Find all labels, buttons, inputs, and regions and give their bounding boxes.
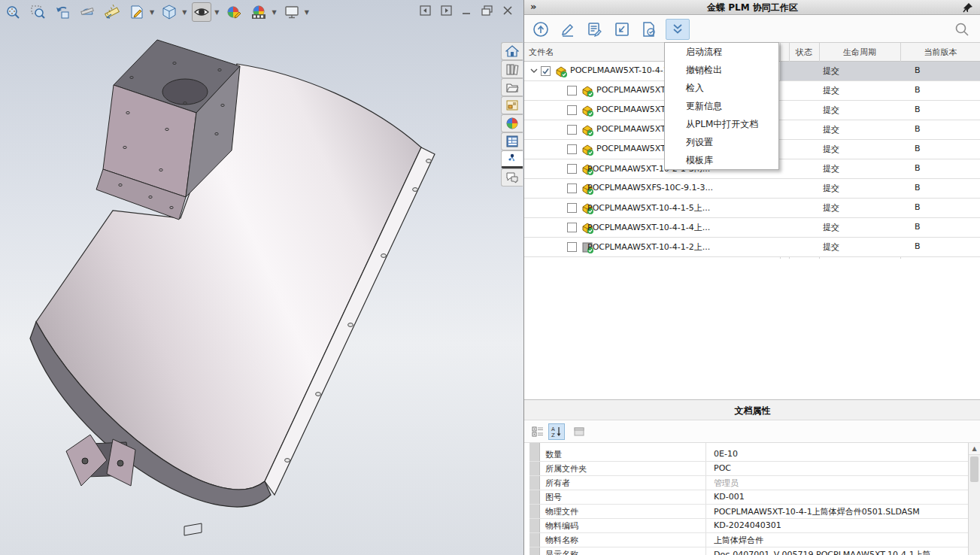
dropdown-caret[interactable]: ▼ (272, 9, 276, 16)
hide-show-items-icon[interactable] (192, 2, 211, 22)
property-name: 物理文件 (545, 506, 578, 517)
cad-viewport[interactable]: ▼ ▼ ▼ ▼ ▼ (0, 0, 523, 555)
row-checkbox[interactable] (567, 164, 577, 174)
edit-properties-button[interactable] (583, 19, 607, 40)
document-window-controls (420, 2, 513, 19)
taskpane-tab-appearances-scenes[interactable] (501, 114, 523, 132)
row-checkbox[interactable] (567, 125, 577, 135)
menu-item-update-info[interactable]: 更新信息 (665, 97, 778, 115)
column-header-version[interactable]: 当前版本 (900, 43, 980, 62)
menu-item-start-process[interactable]: 启动流程 (665, 43, 778, 61)
measure-icon[interactable] (102, 2, 122, 22)
property-name: 数量 (545, 449, 562, 460)
dropdown-caret[interactable]: ▼ (305, 9, 309, 16)
property-row[interactable]: 所有者 管理员 (529, 476, 968, 490)
row-checkbox[interactable] (567, 105, 577, 115)
row-checkbox[interactable] (567, 86, 577, 96)
row-checkbox[interactable] (567, 242, 577, 252)
menu-item-column-settings[interactable]: 列设置 (665, 133, 778, 151)
table-row[interactable]: POCPLMAAW5XT-10-4-1-5上... 提交 B (524, 199, 980, 218)
menu-item-template-library[interactable]: 模板库 (665, 151, 778, 169)
sort-alphabetical-button[interactable]: AZ (548, 423, 565, 440)
svg-text:A: A (551, 426, 555, 432)
taskpane-tab-design-library[interactable] (501, 60, 523, 78)
taskpane-tab-file-explorer[interactable] (501, 78, 523, 96)
lifecycle-value: 提交 (823, 163, 898, 174)
property-row[interactable]: 物料名称 上筒体焊合件 (529, 533, 968, 547)
dropdown-caret[interactable]: ▼ (214, 9, 219, 16)
property-grid-scrollbar[interactable]: ▲ (968, 443, 980, 555)
property-row[interactable]: 物料编码 KD-2024040301 (529, 519, 968, 533)
scrollbar-thumb[interactable] (970, 456, 978, 482)
table-row[interactable]: POCPLMAAW5XT-10-4-1-2上... 提交 B (524, 238, 980, 257)
property-value: KD-001 (714, 492, 968, 502)
property-row[interactable]: 所属文件夹 POC (529, 462, 968, 476)
check-out-button[interactable] (529, 19, 553, 40)
column-header-status[interactable]: 状态 (789, 43, 819, 62)
property-value: 上筒体焊合件 (714, 535, 968, 546)
view-orientation-icon[interactable] (159, 2, 179, 22)
column-header-lifecycle[interactable]: 生命周期 (819, 43, 900, 62)
column-header-filename[interactable]: 文件名 (529, 43, 679, 62)
headsup-toolbar: ▼ ▼ ▼ ▼ ▼ (3, 2, 309, 23)
more-commands-menu: 启动流程 撤销检出 检入 更新信息 从PLM中打开文档 列设置 模板库 (664, 42, 779, 170)
property-pages-button[interactable] (571, 423, 587, 440)
taskpane-tab-solidworks-resources[interactable] (501, 42, 523, 60)
property-name: 图号 (545, 492, 562, 503)
file-name: POCPLMAAW5XFS-10C-9.1-3... (587, 183, 713, 193)
dock-left-pane-icon[interactable] (420, 5, 431, 16)
scroll-up-icon[interactable]: ▲ (969, 443, 980, 455)
property-row[interactable]: 数量 0E-10 (529, 447, 968, 462)
version-value: B (915, 222, 975, 232)
more-commands-button[interactable] (666, 19, 690, 40)
check-in-button[interactable] (610, 19, 634, 40)
sketch-settings-icon[interactable] (127, 2, 147, 22)
property-name: 物料编码 (545, 520, 578, 532)
apply-scene-icon[interactable] (249, 2, 269, 22)
previous-view-icon[interactable] (53, 2, 72, 22)
taskpane-tab-view-palette[interactable] (501, 96, 523, 114)
zoom-to-fit-icon[interactable] (3, 2, 23, 22)
menu-item-check-in[interactable]: 检入 (665, 79, 778, 97)
zoom-to-area-icon[interactable] (28, 2, 47, 22)
property-row[interactable]: 物理文件 POCPLMAAW5XT-10-4-1上筒体焊合件0501.SLDAS… (529, 505, 968, 519)
view-settings-icon[interactable] (282, 2, 302, 22)
menu-item-undo-checkout[interactable]: 撤销检出 (665, 61, 778, 79)
menu-item-open-from-plm[interactable]: 从PLM中打开文档 (665, 115, 778, 133)
row-checkbox[interactable] (567, 223, 577, 232)
section-view-icon[interactable] (77, 2, 97, 22)
plm-panel-titlebar: » 金蝶 PLM 协同工作区 (524, 0, 980, 15)
pin-icon[interactable] (963, 2, 973, 13)
dropdown-caret[interactable]: ▼ (150, 9, 154, 16)
folder-icon (505, 81, 519, 93)
table-row[interactable]: POCPLMAAW5XT-10-4-1-4上... 提交 B (524, 218, 980, 238)
edit-button[interactable] (556, 19, 580, 40)
restore-icon[interactable] (481, 5, 493, 16)
row-checkbox[interactable] (567, 183, 577, 193)
row-checkbox[interactable] (567, 203, 577, 213)
lifecycle-value: 提交 (823, 183, 898, 194)
dock-right-pane-icon[interactable] (441, 5, 452, 16)
property-name: 显示名称 (545, 549, 578, 555)
document-approve-button[interactable] (637, 19, 661, 40)
chevron-down-icon[interactable] (530, 68, 538, 74)
property-row[interactable]: 显示名称 Doc-0407001_V-005719,POCPLMAAW5XT-1… (529, 547, 968, 555)
taskpane-tab-plm-workspace[interactable] (501, 150, 523, 168)
row-checkbox-checked[interactable] (541, 66, 551, 76)
home-icon (505, 45, 519, 57)
part-checked-icon (581, 104, 594, 117)
property-value: POC (714, 463, 968, 473)
categorized-view-button[interactable] (529, 423, 546, 440)
close-icon[interactable] (502, 5, 513, 16)
property-row[interactable]: 图号 KD-001 (529, 490, 968, 505)
row-checkbox[interactable] (567, 144, 577, 154)
dropdown-caret[interactable]: ▼ (182, 9, 187, 16)
taskpane-tab-forum[interactable] (501, 168, 523, 187)
upper-cylinder-weldment-3d-model[interactable] (0, 0, 523, 555)
taskpane-tab-custom-properties[interactable] (501, 132, 523, 150)
edit-appearance-icon[interactable] (224, 2, 244, 22)
search-button[interactable] (950, 19, 974, 40)
table-row[interactable]: POCPLMAAW5XFS-10C-9.1-3... 提交 B (524, 179, 980, 199)
minimize-icon[interactable] (462, 5, 472, 16)
color-wheel-icon (505, 117, 519, 129)
